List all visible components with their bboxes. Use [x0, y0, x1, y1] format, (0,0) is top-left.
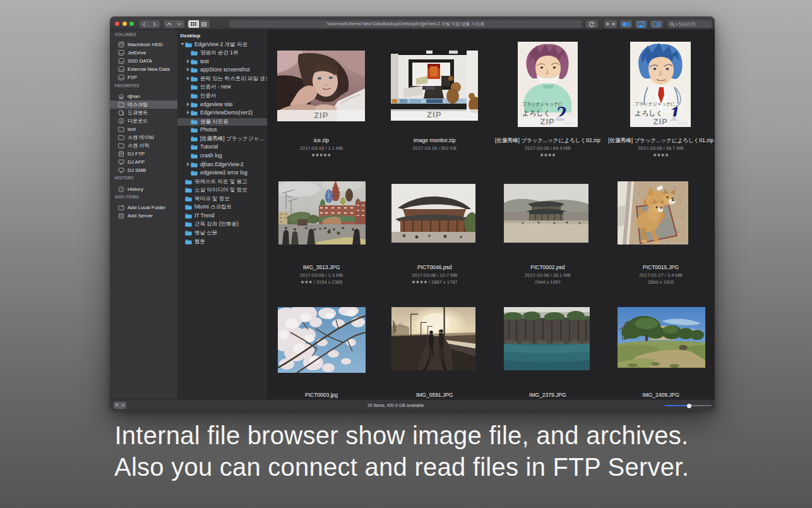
svg-text:よろしく: よろしく	[635, 109, 663, 117]
svg-text:よろしく: よろしく	[522, 109, 551, 117]
